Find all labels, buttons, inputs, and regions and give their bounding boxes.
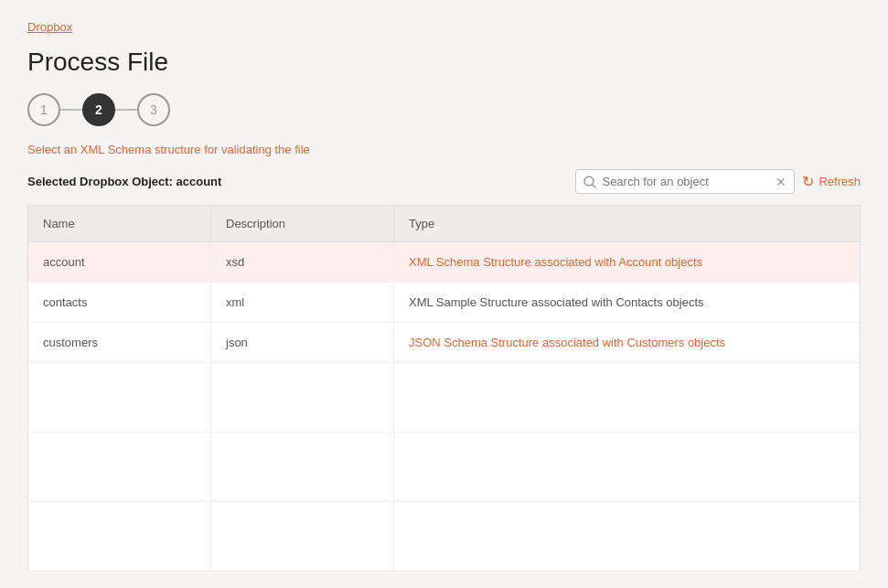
cell-type[interactable]: XML Sample Structure associated with Con… <box>394 283 861 323</box>
cell-type[interactable]: XML Schema Structure associated with Acc… <box>394 242 861 283</box>
table-header: Name Description Type <box>28 206 861 242</box>
search-input[interactable] <box>602 175 770 188</box>
clear-icon[interactable]: ✕ <box>776 176 786 188</box>
col-header-type: Type <box>394 206 861 242</box>
page-title: Process File <box>27 48 861 77</box>
cell-name: customers <box>28 323 211 363</box>
cell-name: account <box>28 242 211 283</box>
refresh-button[interactable]: ↻ Refresh <box>802 173 861 190</box>
cell-description: json <box>211 323 394 363</box>
step-3: 3 <box>137 93 170 126</box>
cell-type[interactable]: JSON Schema Structure associated with Cu… <box>394 323 861 363</box>
cell-description: xml <box>211 283 394 323</box>
selected-object-bar: Selected Dropbox Object: account ✕ ↻ Ref… <box>27 169 861 194</box>
empty-row <box>28 363 861 433</box>
step-1: 1 <box>27 93 60 126</box>
type-link[interactable]: JSON Schema Structure associated with Cu… <box>409 336 725 349</box>
type-link[interactable]: XML Schema Structure associated with Acc… <box>409 255 702 269</box>
search-icon <box>583 176 596 188</box>
selected-object-label: Selected Dropbox Object: account <box>27 175 221 188</box>
instruction-text: Select an XML Schema structure for valid… <box>27 143 861 156</box>
data-table: Name Description Type accountxsdXML Sche… <box>27 205 861 572</box>
svg-line-1 <box>593 185 595 187</box>
step-2: 2 <box>82 93 115 126</box>
breadcrumb-link[interactable]: Dropbox <box>27 20 72 34</box>
page-wrapper: Dropbox Process File 1 2 3 Select an XML… <box>0 0 888 588</box>
col-header-description: Description <box>211 206 394 242</box>
table-body: accountxsdXML Schema Structure associate… <box>28 242 861 572</box>
step-line-2 <box>115 109 137 111</box>
empty-row <box>28 433 861 502</box>
cell-description: xsd <box>211 242 394 283</box>
table-row[interactable]: contactsxmlXML Sample Structure associat… <box>28 283 861 323</box>
step-line-1 <box>60 109 82 111</box>
search-refresh-group: ✕ ↻ Refresh <box>575 169 861 194</box>
table-row[interactable]: accountxsdXML Schema Structure associate… <box>28 242 861 283</box>
search-box: ✕ <box>575 169 795 194</box>
col-header-name: Name <box>28 206 211 242</box>
stepper: 1 2 3 <box>27 93 861 126</box>
cell-name: contacts <box>28 283 211 323</box>
empty-row <box>28 502 861 572</box>
table-row[interactable]: customersjsonJSON Schema Structure assoc… <box>28 323 861 363</box>
refresh-icon: ↻ <box>802 173 814 190</box>
